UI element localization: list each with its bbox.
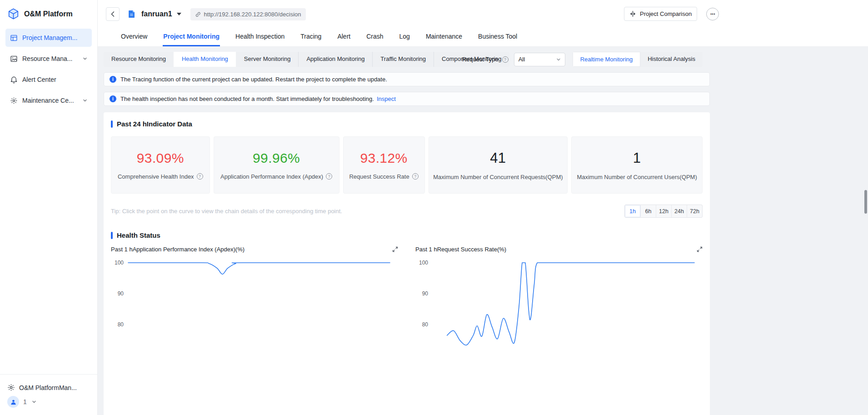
tab-traffic-monitoring[interactable]: Traffic Monitoring xyxy=(372,52,434,67)
stat-value: 93.09% xyxy=(137,150,184,166)
platform-management-label: O&M PlatformMan... xyxy=(19,384,77,391)
chevron-down-icon xyxy=(83,98,87,103)
svg-text:100: 100 xyxy=(115,260,124,266)
tab-maintenance[interactable]: Maintenance xyxy=(425,28,463,46)
request-type-select[interactable]: All xyxy=(514,53,565,66)
tab-historical-analysis[interactable]: Historical Analysis xyxy=(640,52,703,67)
stat-value: 99.96% xyxy=(253,150,300,166)
help-icon[interactable]: ? xyxy=(326,173,332,180)
svg-text:100: 100 xyxy=(419,260,428,266)
tab-log[interactable]: Log xyxy=(399,28,410,46)
filter-controls: Request Type ? All Realtime Monitoring H… xyxy=(462,52,703,66)
app-logo: O&M Platform xyxy=(0,0,97,26)
time-range-72h[interactable]: 72h xyxy=(687,205,702,217)
tab-business-tool[interactable]: Business Tool xyxy=(478,28,518,46)
project-comparison-button[interactable]: Project Comparison xyxy=(624,7,697,21)
health-charts: Past 1 hApplication Performance Index (A… xyxy=(111,246,703,415)
main-area: fanruan1 http://192.168.220.122:8080/dec… xyxy=(98,0,868,415)
stat-card-max-concurrent-users: 1 Maximum Number of Concurrent Users(QPM… xyxy=(571,136,703,194)
stat-label: Application Performance Index (Apdex) xyxy=(220,173,323,180)
scrollbar[interactable] xyxy=(863,0,868,415)
svg-text:90: 90 xyxy=(422,290,429,297)
health-status-section-title: Health Status xyxy=(111,231,703,239)
tab-overview[interactable]: Overview xyxy=(120,28,148,46)
maintenance-center-icon xyxy=(10,97,18,105)
time-range-selector: 1h 6h 12h 24h 72h xyxy=(624,205,703,218)
more-options-button[interactable]: ··· xyxy=(706,8,719,20)
tab-server-monitoring[interactable]: Server Monitoring xyxy=(236,52,299,67)
page-content: Resource Monitoring Health Monitoring Se… xyxy=(104,52,710,415)
section-title-text: Past 24 hIndicator Data xyxy=(117,120,192,128)
help-icon[interactable]: ? xyxy=(502,56,509,63)
apdex-chart-panel: Past 1 hApplication Performance Index (A… xyxy=(111,246,398,415)
time-range-1h[interactable]: 1h xyxy=(625,205,640,217)
tab-resource-monitoring[interactable]: Resource Monitoring xyxy=(104,52,174,67)
success-rate-chart[interactable]: 1009080 xyxy=(415,256,703,415)
expand-icon[interactable] xyxy=(392,246,398,252)
tab-realtime-monitoring[interactable]: Realtime Monitoring xyxy=(573,52,641,67)
chevron-down-icon xyxy=(83,56,87,61)
project-url-text: http://192.168.220.122:8080/decision xyxy=(204,11,301,18)
sidebar-item-label: Resource Mana... xyxy=(22,55,73,62)
stat-card-apdex: 99.96% Application Performance Index (Ap… xyxy=(214,136,339,194)
section-title-bar xyxy=(111,232,113,239)
stat-value: 1 xyxy=(633,150,641,166)
sidebar-item-maintenance-center[interactable]: Maintenance Ce... xyxy=(5,91,92,110)
link-icon xyxy=(195,11,201,17)
tab-health-monitoring[interactable]: Health Monitoring xyxy=(174,52,236,67)
project-comparison-label: Project Comparison xyxy=(640,10,692,17)
health-monitoring-panel: Past 24 hIndicator Data 93.09% Comprehen… xyxy=(104,112,710,415)
tracing-update-banner: i The Tracing function of the current pr… xyxy=(104,72,710,86)
stat-value: 41 xyxy=(490,150,506,166)
info-icon: i xyxy=(110,76,116,83)
monitoring-toolbar: Resource Monitoring Health Monitoring Se… xyxy=(104,52,710,67)
tab-project-monitoring[interactable]: Project Monitoring xyxy=(163,28,220,46)
apdex-chart[interactable]: 1009080 xyxy=(111,256,398,415)
platform-management-item[interactable]: O&M PlatformMan... xyxy=(7,384,90,391)
banner-text: The Tracing function of the current proj… xyxy=(120,76,387,83)
back-button[interactable] xyxy=(106,7,120,21)
chevron-down-icon xyxy=(32,400,36,404)
request-type-value: All xyxy=(519,56,525,63)
tab-application-monitoring[interactable]: Application Monitoring xyxy=(298,52,372,67)
tab-alert[interactable]: Alert xyxy=(337,28,351,46)
info-icon: i xyxy=(110,95,116,102)
expand-icon[interactable] xyxy=(697,246,703,252)
stat-label: Maximum Number of Concurrent Requests(QP… xyxy=(433,174,563,180)
stat-label: Maximum Number of Concurrent Users(QPM) xyxy=(577,174,697,180)
tip-row: Tip: Click the point on the curve to vie… xyxy=(111,205,703,218)
top-bar: fanruan1 http://192.168.220.122:8080/dec… xyxy=(98,0,868,28)
time-range-6h[interactable]: 6h xyxy=(640,205,656,217)
time-range-12h[interactable]: 12h xyxy=(656,205,671,217)
avatar xyxy=(7,396,19,408)
section-title-text: Health Status xyxy=(117,231,160,239)
sidebar-item-alert-center[interactable]: Alert Center xyxy=(5,70,92,89)
tab-crash[interactable]: Crash xyxy=(366,28,384,46)
inspect-link[interactable]: Inspect xyxy=(377,95,396,102)
sidebar-item-label: Alert Center xyxy=(22,76,56,83)
section-title-bar xyxy=(111,120,113,128)
project-url[interactable]: http://192.168.220.122:8080/decision xyxy=(190,8,306,20)
svg-text:90: 90 xyxy=(118,290,124,297)
sidebar-footer: O&M PlatformMan... 1 xyxy=(0,374,97,415)
tab-health-inspection[interactable]: Health Inspection xyxy=(235,28,285,46)
mode-toggle: Realtime Monitoring Historical Analysis xyxy=(573,52,703,67)
help-icon[interactable]: ? xyxy=(412,173,419,180)
gear-icon xyxy=(7,384,15,391)
alert-center-icon xyxy=(10,76,18,84)
sidebar-item-resource-management[interactable]: Resource Mana... xyxy=(5,50,92,68)
sidebar-item-project-management[interactable]: Project Managem... xyxy=(5,29,92,47)
project-name[interactable]: fanruan1 xyxy=(141,10,172,18)
help-icon[interactable]: ? xyxy=(197,173,203,180)
user-menu[interactable]: 1 xyxy=(7,396,90,408)
stat-label: Comprehensive Health Index xyxy=(118,173,194,180)
chart-title: Past 1 hApplication Performance Index (A… xyxy=(111,246,244,253)
svg-text:80: 80 xyxy=(422,321,429,328)
project-comparison-icon xyxy=(629,11,636,17)
time-range-24h[interactable]: 24h xyxy=(671,205,687,217)
project-file-icon xyxy=(128,10,135,18)
scrollbar-thumb[interactable] xyxy=(864,190,867,214)
tab-tracing[interactable]: Tracing xyxy=(300,28,322,46)
project-dropdown-caret-icon[interactable] xyxy=(177,13,181,15)
user-icon xyxy=(10,399,17,405)
